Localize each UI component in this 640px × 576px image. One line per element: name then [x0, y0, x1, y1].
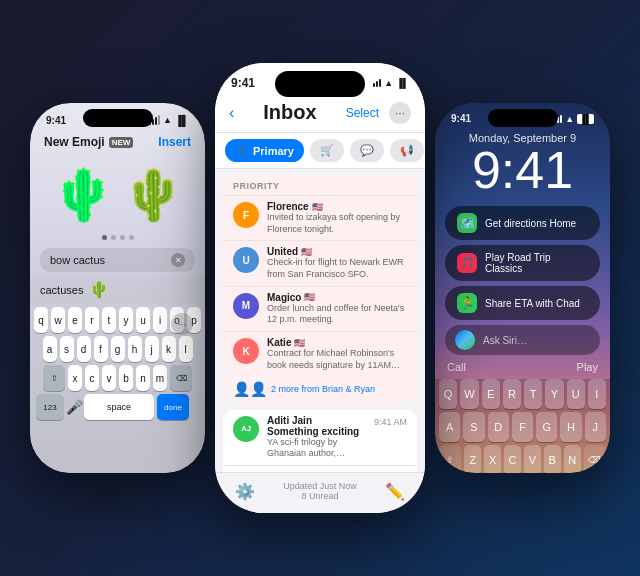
cactus-emoji-2: 🌵 [122, 166, 184, 224]
key-c[interactable]: c [85, 365, 99, 391]
rkey-h[interactable]: H [560, 412, 581, 442]
key-delete[interactable]: ⌫ [170, 365, 192, 391]
key-n[interactable]: n [136, 365, 150, 391]
siri-row[interactable]: Ask Siri… [445, 325, 600, 355]
emoji-cactus-2[interactable]: 🌵 [123, 165, 183, 225]
key-x[interactable]: x [68, 365, 82, 391]
key-d[interactable]: d [77, 336, 91, 362]
key-m[interactable]: m [153, 365, 167, 391]
tab-chat[interactable]: 💬 [350, 139, 384, 162]
rkey-g[interactable]: G [536, 412, 557, 442]
wifi-icon-left: ▲ [163, 115, 172, 125]
activity-music[interactable]: 🎵 Play Road Trip Classics [445, 245, 600, 281]
key-done[interactable]: done [157, 394, 189, 420]
compose-icon[interactable]: ✏️ [385, 482, 405, 501]
mail-item-united[interactable]: U United 🇺🇸 Check-in for flight to Newar… [223, 240, 417, 285]
activity-maps[interactable]: 🗺️ Get directions Home [445, 206, 600, 240]
key-l[interactable]: l [179, 336, 193, 362]
rkey-u[interactable]: U [567, 379, 585, 409]
select-button[interactable]: Select [346, 106, 379, 120]
rkey-f[interactable]: F [512, 412, 533, 442]
siri-orb [455, 330, 475, 350]
flag-katie: 🇺🇸 [294, 338, 305, 348]
key-k[interactable]: k [162, 336, 176, 362]
rkey-s[interactable]: S [463, 412, 484, 442]
rkey-c[interactable]: C [504, 445, 521, 473]
priority-header: PRIORITY [223, 175, 417, 195]
cactus-emoji-1: 🌵 [52, 166, 114, 224]
search-input-text[interactable]: bow cactus [50, 254, 105, 266]
key-e[interactable]: e [68, 307, 82, 333]
tab-primary[interactable]: 👤 Primary [225, 139, 304, 162]
cbar1 [373, 83, 375, 87]
key-a[interactable]: a [43, 336, 57, 362]
mail-content-united: United 🇺🇸 Check-in for flight to Newark … [267, 246, 407, 280]
key-s[interactable]: s [60, 336, 74, 362]
more-emoji-button[interactable]: ··· [171, 313, 193, 335]
avatar-katie: K [233, 338, 259, 364]
activity-share[interactable]: 🏃 Share ETA with Chad [445, 286, 600, 320]
rkey-x[interactable]: X [484, 445, 501, 473]
back-button[interactable]: ‹ [229, 104, 234, 122]
flag-magico: 🇺🇸 [304, 292, 315, 302]
search-clear-button[interactable]: ✕ [171, 253, 185, 267]
key-g[interactable]: g [111, 336, 125, 362]
avatar-aditi: AJ [233, 416, 259, 442]
rkey-n[interactable]: N [564, 445, 581, 473]
suggestion-emoji[interactable]: 🌵 [89, 280, 109, 299]
rkey-t[interactable]: T [524, 379, 542, 409]
rkey-y[interactable]: Y [545, 379, 563, 409]
emoji-search-bar[interactable]: bow cactus ✕ [40, 248, 195, 272]
key-shift[interactable]: ⇧ [43, 365, 65, 391]
rkey-shift[interactable]: ⇧ [439, 445, 461, 473]
rkey-d[interactable]: D [488, 412, 509, 442]
rkey-z[interactable]: Z [464, 445, 481, 473]
insert-button[interactable]: Insert [158, 135, 191, 149]
kb-row-2: a s d f g h j k l [34, 336, 201, 362]
key-i[interactable]: i [153, 307, 167, 333]
rkey-j[interactable]: J [585, 412, 606, 442]
mail-item-aditi[interactable]: AJ Aditi Jain Something exciting YA sci-… [223, 409, 417, 465]
key-j[interactable]: j [145, 336, 159, 362]
rkey-delete[interactable]: ⌫ [584, 445, 606, 473]
emoji-cactus-1[interactable]: 🌵 [53, 165, 113, 225]
body-magico: Order lunch and coffee for Neeta's 12 p.… [267, 303, 407, 326]
key-space[interactable]: space [84, 394, 154, 420]
filter-icon[interactable]: ⚙️ [235, 482, 255, 501]
rkey-e[interactable]: E [482, 379, 500, 409]
mail-item-guillermo[interactable]: GC Guillermo Castillo Check-in Next majo… [223, 465, 417, 472]
sender-name-united: United [267, 246, 298, 257]
dynamic-island-right [488, 109, 558, 127]
key-r[interactable]: r [85, 307, 99, 333]
key-b[interactable]: b [119, 365, 133, 391]
key-y[interactable]: y [119, 307, 133, 333]
key-mic[interactable]: 🎤 [67, 394, 81, 420]
key-t[interactable]: t [102, 307, 116, 333]
mail-item-magico[interactable]: M Magico 🇺🇸 Order lunch and coffee for N… [223, 286, 417, 331]
rkey-r[interactable]: R [503, 379, 521, 409]
key-w[interactable]: w [51, 307, 65, 333]
rkey-v[interactable]: V [524, 445, 541, 473]
rkey-a[interactable]: A [439, 412, 460, 442]
rkey-b[interactable]: B [544, 445, 561, 473]
mail-item-katie[interactable]: K Katie 🇺🇸 Contract for Michael Robinson… [223, 331, 417, 376]
sender-katie: Katie 🇺🇸 [267, 337, 407, 348]
key-h[interactable]: h [128, 336, 142, 362]
more-emails-link[interactable]: 👤👤 2 more from Brian & Ryan [223, 377, 417, 403]
key-q[interactable]: q [34, 307, 48, 333]
key-u[interactable]: u [136, 307, 150, 333]
rkey-q[interactable]: Q [439, 379, 457, 409]
sender-name-magico: Magico [267, 292, 301, 303]
tab-shopping-icon: 🛒 [320, 144, 334, 157]
mail-item-florence[interactable]: F Florence 🇺🇸 Invited to izakaya soft op… [223, 195, 417, 240]
rkey-w[interactable]: W [460, 379, 478, 409]
more-button[interactable]: ··· [389, 102, 411, 124]
rkey-i[interactable]: I [588, 379, 606, 409]
tab-promo[interactable]: 📢 [390, 139, 424, 162]
sender-united: United 🇺🇸 [267, 246, 407, 257]
key-123[interactable]: 123 [36, 394, 64, 420]
key-v[interactable]: v [102, 365, 116, 391]
left-time: 9:41 [46, 115, 66, 126]
key-f[interactable]: f [94, 336, 108, 362]
tab-shopping[interactable]: 🛒 [310, 139, 344, 162]
